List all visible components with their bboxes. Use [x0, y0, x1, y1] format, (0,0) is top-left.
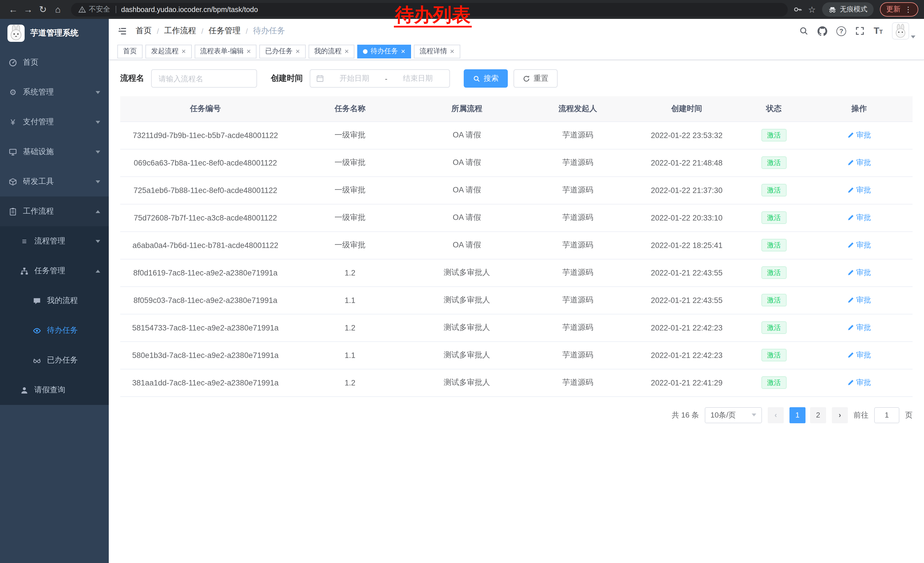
font-size-icon[interactable]: TT — [874, 26, 883, 36]
security-chip[interactable]: 不安全 — [78, 5, 110, 14]
sidebar-item-process-management[interactable]: ≡ 流程管理 — [0, 226, 109, 256]
cell-task-id: 75d72608-7b7f-11ec-a3c8-acde48001122 — [120, 204, 291, 231]
approve-link[interactable]: 审批 — [847, 350, 871, 360]
password-key-icon[interactable] — [793, 5, 802, 14]
process-name-input[interactable] — [151, 69, 257, 88]
chevron-down-icon — [96, 120, 100, 123]
cell-created: 2022-01-22 18:25:41 — [631, 231, 742, 259]
warning-icon — [78, 6, 86, 13]
sidebar-item-dev-tools[interactable]: 研发工具 — [0, 167, 109, 197]
tab-close-icon[interactable]: × — [450, 48, 454, 55]
status-badge: 激活 — [761, 321, 787, 334]
tab[interactable]: 首页 — [117, 44, 142, 58]
reset-button[interactable]: 重置 — [513, 69, 558, 88]
tab[interactable]: 已办任务× — [260, 44, 305, 58]
sidebar-item-workflow[interactable]: 工作流程 — [0, 197, 109, 226]
approve-link[interactable]: 审批 — [847, 158, 871, 168]
breadcrumb-home[interactable]: 首页 — [136, 26, 152, 36]
tab-close-icon[interactable]: × — [182, 48, 186, 55]
breadcrumb-task-management[interactable]: 任务管理 — [208, 26, 241, 36]
tab[interactable]: 我的流程× — [309, 44, 355, 58]
approve-link[interactable]: 审批 — [847, 130, 871, 140]
sidebar-item-todo-tasks[interactable]: 待办任务 — [0, 315, 109, 345]
page-button[interactable]: 1 — [789, 407, 806, 423]
sidebar-item-system-management[interactable]: ⚙ 系统管理 — [0, 77, 109, 107]
search-icon[interactable] — [799, 26, 808, 36]
sidebar: 芋道管理系统 首页 ⚙ 系统管理 ¥ 支付管理 — [0, 19, 109, 563]
cell-task-name: 1.1 — [291, 341, 410, 369]
cell-process: 测试多审批人 — [410, 286, 524, 314]
sidebar-item-infrastructure[interactable]: 基础设施 — [0, 137, 109, 167]
sidebar-item-leave-query[interactable]: 请假查询 — [0, 375, 109, 405]
status-badge: 激活 — [761, 239, 787, 252]
page-size-value: 10条/页 — [711, 410, 736, 420]
fullscreen-icon[interactable] — [855, 26, 864, 36]
approve-link[interactable]: 审批 — [847, 267, 871, 278]
browser-menu-kebab-icon[interactable]: ⋮ — [904, 5, 912, 14]
tab-label: 已办任务 — [265, 47, 292, 56]
next-page-button[interactable]: › — [832, 407, 848, 423]
tab[interactable]: 待办任务× — [357, 44, 411, 58]
bookmark-star-icon[interactable]: ☆ — [808, 4, 816, 15]
sidebar-item-payment-management[interactable]: ¥ 支付管理 — [0, 107, 109, 137]
tab[interactable]: 流程详情× — [414, 44, 460, 58]
navbar-right-tools: ? TT — [799, 23, 915, 39]
edit-pencil-icon — [847, 132, 854, 139]
chevron-down-icon — [96, 150, 100, 153]
browser-home-icon[interactable]: ⌂ — [50, 2, 65, 17]
tags-bar: 首页发起流程×流程表单-编辑×已办任务×我的流程×待办任务×流程详情× — [109, 43, 924, 60]
goto-page-input[interactable] — [874, 407, 899, 423]
user-menu[interactable] — [892, 23, 915, 39]
table-row: a6aba0a4-7b6d-11ec-b781-acde48001122一级审批… — [120, 231, 912, 259]
update-button[interactable]: 更新 ⋮ — [880, 2, 918, 17]
approve-label: 审批 — [856, 377, 871, 388]
tab-close-icon[interactable]: × — [246, 48, 251, 55]
status-badge: 激活 — [761, 184, 787, 197]
search-button-label: 搜索 — [484, 73, 499, 84]
page-size-select[interactable]: 10条/页 — [705, 407, 762, 423]
end-date-placeholder: 结束日期 — [392, 73, 444, 84]
browser-reload-icon[interactable]: ↻ — [36, 2, 50, 17]
edit-pencil-icon — [847, 379, 854, 386]
sidebar-item-label: 支付管理 — [23, 117, 54, 127]
sidebar-item-my-processes[interactable]: 我的流程 — [0, 286, 109, 315]
approve-link[interactable]: 审批 — [847, 240, 871, 250]
table-header-row: 任务编号 任务名称 所属流程 流程发起人 创建时间 状态 操作 — [120, 96, 912, 122]
breadcrumb-separator: / — [201, 27, 203, 35]
tab-close-icon[interactable]: × — [296, 48, 300, 55]
tab-close-icon[interactable]: × — [401, 48, 405, 55]
sidebar-item-task-management[interactable]: 任务管理 — [0, 256, 109, 286]
active-tab-dot — [363, 49, 368, 54]
table-row: 73211d9d-7b9b-11ec-b5b7-acde48001122一级审批… — [120, 122, 912, 149]
col-process: 所属流程 — [410, 96, 524, 122]
font-size-big-letter: T — [874, 26, 879, 36]
cell-created: 2022-01-22 20:33:10 — [631, 204, 742, 231]
tab[interactable]: 流程表单-编辑× — [194, 44, 256, 58]
chevron-down-icon — [96, 91, 100, 94]
approve-link[interactable]: 审批 — [847, 213, 871, 223]
annotation-text: 待办列表 — [394, 5, 472, 27]
browser-back-icon[interactable]: ← — [6, 2, 21, 17]
browser-forward-icon[interactable]: → — [21, 2, 36, 17]
approve-link[interactable]: 审批 — [847, 323, 871, 333]
sidebar-item-home[interactable]: 首页 — [0, 48, 109, 77]
prev-page-button[interactable]: ‹ — [768, 407, 784, 423]
tab[interactable]: 发起流程× — [146, 44, 192, 58]
dashboard-icon — [8, 58, 18, 67]
omnibox-divider — [116, 6, 116, 13]
sidebar-item-label: 研发工具 — [23, 176, 54, 187]
sidebar-item-done-tasks[interactable]: 已办任务 — [0, 345, 109, 375]
github-icon[interactable] — [818, 26, 827, 36]
page-button[interactable]: 2 — [810, 407, 826, 423]
breadcrumb-workflow[interactable]: 工作流程 — [164, 26, 196, 36]
search-button[interactable]: 搜索 — [464, 69, 508, 88]
approve-link[interactable]: 审批 — [847, 185, 871, 195]
app-logo-row[interactable]: 芋道管理系统 — [0, 19, 109, 48]
sidebar-toggle-icon[interactable] — [117, 26, 127, 36]
approve-link[interactable]: 审批 — [847, 377, 871, 388]
tab-close-icon[interactable]: × — [345, 48, 349, 55]
create-time-range-picker[interactable]: 开始日期 - 结束日期 — [310, 69, 450, 88]
sidebar-item-label: 基础设施 — [23, 147, 54, 157]
help-icon[interactable]: ? — [836, 26, 846, 36]
approve-link[interactable]: 审批 — [847, 295, 871, 305]
